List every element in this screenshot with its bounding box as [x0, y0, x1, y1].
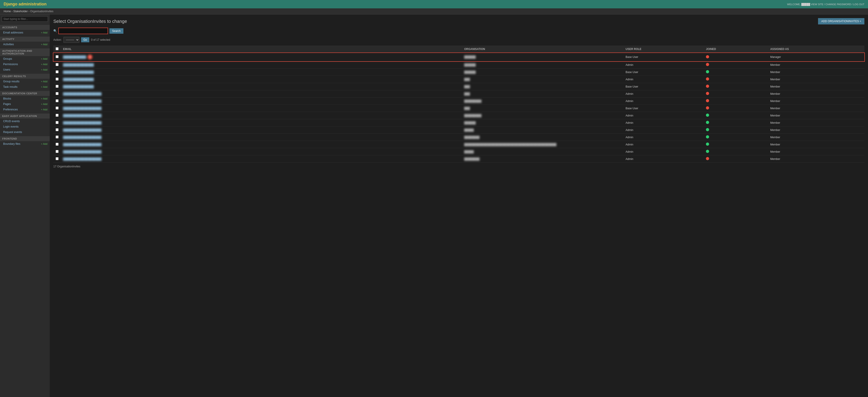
row-checkbox[interactable]	[56, 92, 59, 95]
row-email[interactable]: ████████████████████	[61, 141, 462, 148]
row-joined	[704, 141, 768, 148]
sidebar-link-login-events[interactable]: Login events	[3, 125, 19, 128]
row-checkbox[interactable]	[56, 55, 59, 58]
row-email[interactable]: ████████████████	[61, 68, 462, 76]
change-password-link[interactable]: CHANGE PASSWORD	[826, 3, 851, 6]
sidebar-link-preferences[interactable]: Preferences	[3, 108, 18, 111]
row-checkbox-cell	[53, 83, 61, 90]
row-email[interactable]: ████████████████████	[61, 97, 462, 105]
view-site-link[interactable]: VIEW SITE	[811, 3, 824, 6]
sidebar-link-users[interactable]: Users	[3, 68, 10, 71]
table-row: █████████████████████████AdminMember	[53, 148, 864, 155]
sidebar-add-boundary-files[interactable]: + Add	[41, 143, 48, 145]
row-email[interactable]: ████████████████████	[61, 148, 462, 155]
row-checkbox[interactable]	[56, 136, 59, 138]
row-checkbox[interactable]	[56, 107, 59, 110]
col-organisation[interactable]: ORGANISATION	[462, 46, 623, 53]
page-header: Select OrganisationInvites to change ADD…	[53, 18, 864, 24]
header: Django administration WELCOME, █████ VIE…	[0, 0, 868, 8]
sidebar-add-email-addresses[interactable]: + Add	[41, 31, 48, 34]
row-email[interactable]: ████████████████████	[61, 134, 462, 141]
row-email[interactable]: ████████████1	[61, 53, 462, 61]
col-email[interactable]: EMAIL	[61, 46, 462, 53]
row-organisation: ████████	[462, 155, 623, 163]
sidebar-link-groups[interactable]: Groups	[3, 57, 12, 60]
action-go-button[interactable]: Go	[81, 37, 89, 42]
sidebar-link-permissions[interactable]: Permissions	[3, 63, 18, 66]
col-assigned-as[interactable]: ASSIGNED AS	[768, 46, 864, 53]
row-checkbox[interactable]	[56, 150, 59, 153]
sidebar-section-title-celery: CELERY RESULTS	[0, 74, 50, 79]
add-organisationinvites-button[interactable]: ADD ORGANISATIONINVITES +	[818, 18, 864, 24]
sidebar-section-audit: EASY AUDIT APPLICATION CRUD events Login…	[0, 114, 50, 135]
joined-badge-green	[706, 128, 709, 131]
row-email[interactable]: ████████████████████	[61, 112, 462, 119]
log-out-link[interactable]: LOG OUT	[853, 3, 864, 6]
sidebar-link-task-results[interactable]: Task results	[3, 85, 18, 88]
username: █████	[801, 3, 810, 6]
joined-badge-red	[706, 77, 709, 81]
sidebar-section-title-activity: ACTIVITY	[0, 37, 50, 41]
row-user-role: Base User	[623, 53, 704, 61]
container: ACCOUNTS Email addresses + Add ACTIVITY …	[0, 15, 868, 397]
sidebar-link-pages[interactable]: Pages	[3, 103, 11, 106]
search-input[interactable]	[58, 28, 108, 34]
sidebar-add-preferences[interactable]: + Add	[41, 108, 48, 111]
sidebar-section-title-frontend: FRONTEND	[0, 136, 50, 141]
row-checkbox[interactable]	[56, 157, 59, 160]
sidebar-add-group-results[interactable]: + Add	[41, 80, 48, 83]
row-checkbox-cell	[53, 97, 61, 105]
row-email[interactable]: ████████████████████	[61, 155, 462, 163]
row-email[interactable]: ████████████████	[61, 61, 462, 68]
row-checkbox[interactable]	[56, 70, 59, 73]
row-checkbox[interactable]	[56, 63, 59, 66]
sidebar-link-blocks[interactable]: Blocks	[3, 97, 11, 100]
results-table: EMAIL ORGANISATION USER ROLE JOINED ASSI…	[53, 46, 864, 163]
row-email[interactable]: ████████████████████	[61, 105, 462, 112]
row-checkbox[interactable]	[56, 99, 59, 102]
row-checkbox[interactable]	[56, 85, 59, 88]
row-email[interactable]: ████████████████████	[61, 126, 462, 134]
sidebar-add-groups[interactable]: + Add	[41, 57, 48, 60]
sidebar-link-boundary-files[interactable]: Boundary files	[3, 142, 20, 145]
sidebar-add-task-results[interactable]: + Add	[41, 86, 48, 88]
row-email[interactable]: ████████████████████	[61, 119, 462, 126]
sidebar-link-email-addresses[interactable]: Email addresses	[3, 31, 23, 34]
row-checkbox[interactable]	[56, 121, 59, 124]
row-number-badge: 1	[88, 55, 92, 59]
breadcrumb-stakeholder[interactable]: Stakeholder	[13, 10, 28, 13]
sidebar-section-auth: AUTHENTICATION AND AUTHORIZATION Groups …	[0, 49, 50, 73]
row-checkbox[interactable]	[56, 114, 59, 117]
sidebar-item-users: Users + Add	[0, 67, 50, 73]
sidebar-link-group-results[interactable]: Group results	[3, 80, 20, 83]
sidebar-add-blocks[interactable]: + Add	[41, 97, 48, 100]
sidebar-link-activities[interactable]: Activities	[3, 43, 14, 46]
sidebar-add-users[interactable]: + Add	[41, 68, 48, 71]
table-row: █████████████████████████AdminMember	[53, 126, 864, 134]
row-email[interactable]: ████████████████	[61, 83, 462, 90]
row-email[interactable]: ████████████████████	[61, 90, 462, 97]
sidebar-add-permissions[interactable]: + Add	[41, 63, 48, 65]
col-user-role[interactable]: USER ROLE	[623, 46, 704, 53]
sidebar-link-request-events[interactable]: Request events	[3, 131, 22, 134]
sidebar-add-activities[interactable]: + Add	[41, 43, 48, 46]
sidebar-section-title-accounts: ACCOUNTS	[0, 25, 50, 30]
sidebar-add-pages[interactable]: + Add	[41, 103, 48, 106]
breadcrumb-current: OrganisationInvites	[30, 10, 53, 13]
sidebar-filter-input[interactable]	[2, 16, 48, 22]
breadcrumb-home[interactable]: Home	[4, 10, 11, 13]
col-joined[interactable]: JOINED	[704, 46, 768, 53]
row-joined	[704, 134, 768, 141]
select-all-checkbox[interactable]	[56, 47, 59, 50]
row-joined	[704, 155, 768, 163]
row-email[interactable]: ████████████████	[61, 76, 462, 83]
search-bar: 🔍 Search	[53, 28, 864, 34]
row-organisation: ██████	[462, 53, 623, 61]
row-checkbox[interactable]	[56, 128, 59, 131]
row-checkbox[interactable]	[56, 143, 59, 146]
row-checkbox[interactable]	[56, 78, 59, 81]
table-row: █████████████████████████████AdminMember	[53, 97, 864, 105]
sidebar-link-crud-events[interactable]: CRUD events	[3, 120, 20, 123]
search-button[interactable]: Search	[110, 28, 123, 34]
action-select[interactable]: ---------	[64, 37, 79, 43]
